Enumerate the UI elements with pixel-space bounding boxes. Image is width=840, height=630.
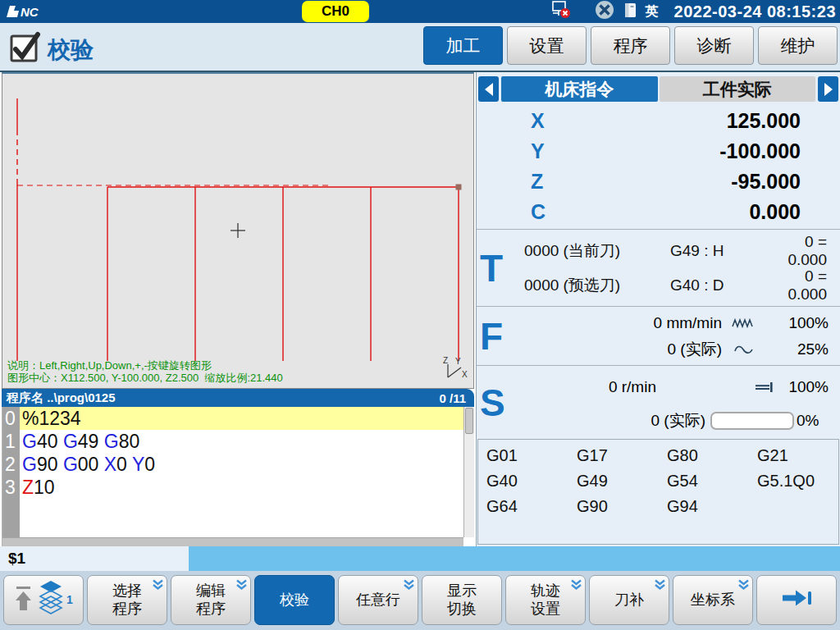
- axis-row-Z: Z-95.000: [477, 167, 840, 197]
- page-title: 校验: [48, 34, 94, 66]
- modal-gcode: G94: [667, 497, 757, 523]
- tab-machining[interactable]: 加工: [423, 26, 503, 65]
- tool-row: 0000 (当前刀)G49 : H0 = 0.000: [524, 234, 840, 268]
- line-number: 2: [2, 453, 20, 476]
- modal-gcode: [757, 497, 838, 523]
- softkey-any-line[interactable]: 任意行: [338, 575, 418, 625]
- line-number: 3: [2, 476, 20, 499]
- softkey-label: 编辑程序: [196, 582, 226, 617]
- rapid-override-icon: [730, 343, 758, 356]
- axis-value: 0.000: [555, 200, 840, 224]
- tab-program[interactable]: 程序: [591, 26, 670, 65]
- channel-prompt: $1: [0, 546, 189, 571]
- language-indicator[interactable]: 英: [646, 3, 659, 21]
- tool-offset: 0 = 0.000: [767, 233, 840, 269]
- softkey-label: 坐标系: [691, 591, 735, 609]
- softkey-display-switch[interactable]: 显示切换: [422, 575, 502, 625]
- program-line-counter: 0 /11: [439, 391, 466, 405]
- expand-chevron-icon: [654, 578, 666, 595]
- modal-gcode: G80: [667, 446, 757, 472]
- line-code: %1234: [20, 407, 463, 430]
- tab-maintenance[interactable]: 维护: [758, 26, 838, 65]
- pos-tab-workpiece-actual[interactable]: 工件实际: [660, 76, 816, 102]
- tool-gcode: G49 : H: [670, 242, 767, 260]
- feed-percent: 25%: [765, 340, 829, 358]
- feed-value: 0 mm/min: [654, 314, 722, 332]
- spindle-override-percent: 100%: [783, 378, 829, 396]
- spindle-load-percent: 0%: [794, 412, 829, 430]
- prev-coord-view-button[interactable]: [478, 76, 499, 102]
- softkey-label: 任意行: [356, 591, 400, 609]
- menu-level-badge: 1: [66, 593, 73, 607]
- spindle-override-icon: [753, 380, 778, 395]
- network-status-icon: [550, 0, 573, 23]
- feed-panel: F 0 mm/min100%0 (实际)25%: [477, 306, 840, 365]
- modal-gcode-panel: G01G17G80G21G40G49G54G5.1Q0G64G90G94: [477, 439, 839, 545]
- status-x-icon: [594, 0, 615, 24]
- tool-offset: 0 = 0.000: [767, 267, 840, 304]
- main-tabs: 加工设置程序诊断维护: [423, 26, 838, 65]
- softkey-tool-comp[interactable]: 刀补: [589, 575, 669, 625]
- top-status-bar: NC CH0 英 2022-03-24 08:15:: [0, 0, 840, 23]
- next-coord-view-button[interactable]: [818, 76, 838, 102]
- softkey-next-page[interactable]: [756, 575, 837, 625]
- axes-orientation-icon: Z Y X: [439, 355, 468, 383]
- feed-percent: 100%: [765, 314, 829, 332]
- softkey-edit-program[interactable]: 编辑程序: [171, 575, 251, 625]
- spindle-actual: 0 (实际): [651, 410, 706, 431]
- softkey-label: 轨迹设置: [531, 582, 560, 617]
- menu-level-icons: 1: [14, 580, 73, 620]
- program-line[interactable]: 0%1234: [2, 407, 463, 430]
- tab-settings[interactable]: 设置: [507, 26, 587, 65]
- coordinate-display: X125.000Y-100.000Z-95.000C0.000: [477, 103, 840, 229]
- toolpath-canvas: 说明：Left,Right,Up,Down,+,-按键旋转图形 图形中心：X11…: [2, 72, 474, 389]
- softkey-menu-level[interactable]: 1: [3, 575, 84, 625]
- message-bar: [189, 546, 840, 571]
- modal-gcode: G5.1Q0: [757, 472, 838, 497]
- expand-chevron-icon: [152, 578, 164, 595]
- expand-chevron-icon: [737, 578, 750, 595]
- title-bar: 校验 加工设置程序诊断维护: [0, 23, 840, 72]
- tab-diagnosis[interactable]: 诊断: [674, 26, 754, 65]
- program-vertical-scrollbar[interactable]: [463, 407, 474, 537]
- program-line[interactable]: 3Z10: [2, 476, 463, 499]
- feed-row: 0 mm/min100%: [477, 310, 840, 336]
- graphics-center-info: 图形中心：X112.500, Y-100.000, Z2.500 缩放比例:21…: [7, 371, 283, 386]
- expand-chevron-icon: [403, 578, 415, 595]
- return-up-icon: [14, 583, 34, 617]
- program-name: 程序名 ..\prog\0125: [7, 390, 116, 406]
- pos-tab-machine-command[interactable]: 机床指令: [501, 76, 658, 102]
- axis-value: -100.000: [555, 139, 840, 163]
- softkey-verify[interactable]: 校验: [254, 575, 335, 625]
- line-code: Z10: [20, 476, 463, 499]
- manual-icon: [624, 2, 637, 21]
- tool-position-marker: [456, 185, 462, 190]
- program-listing: 0%12341G40 G49 G802G90 G00 X0 Y03Z10: [2, 407, 474, 546]
- softkey-coord-system[interactable]: 坐标系: [673, 575, 753, 625]
- program-line[interactable]: 1G40 G49 G80: [2, 430, 463, 453]
- modal-gcode: G01: [486, 446, 577, 472]
- axis-name: X: [477, 109, 555, 133]
- svg-text:Y: Y: [455, 357, 461, 366]
- program-horizontal-scrollbar[interactable]: [2, 537, 463, 546]
- softkey-select-program[interactable]: 选择程序: [87, 575, 167, 625]
- axis-name: C: [477, 200, 555, 224]
- tool-number: 0000 (预选刀): [524, 275, 670, 296]
- scrollbar-thumb[interactable]: [465, 408, 473, 434]
- command-bar: $1: [0, 546, 840, 571]
- modal-gcode: G49: [577, 472, 667, 497]
- spindle-load-bar: [710, 412, 794, 430]
- softkey-label: 显示切换: [447, 582, 477, 617]
- modal-gcode: G90: [577, 497, 667, 523]
- spindle-panel: S 0 r/min 100% 0 (实际) 0%: [477, 365, 840, 439]
- modal-gcode: G40: [486, 472, 577, 497]
- channel-badge[interactable]: CH0: [302, 1, 369, 22]
- expand-chevron-icon: [235, 578, 248, 595]
- modal-gcode: G17: [577, 446, 667, 472]
- svg-text:Z: Z: [443, 356, 448, 365]
- next-page-icon: [779, 587, 814, 613]
- tool-panel: T 0000 (当前刀)G49 : H0 = 0.0000000 (预选刀)G4…: [477, 229, 840, 306]
- svg-text:NC: NC: [21, 5, 39, 19]
- softkey-track-settings[interactable]: 轨迹设置: [505, 575, 586, 625]
- program-line[interactable]: 2G90 G00 X0 Y0: [2, 453, 463, 476]
